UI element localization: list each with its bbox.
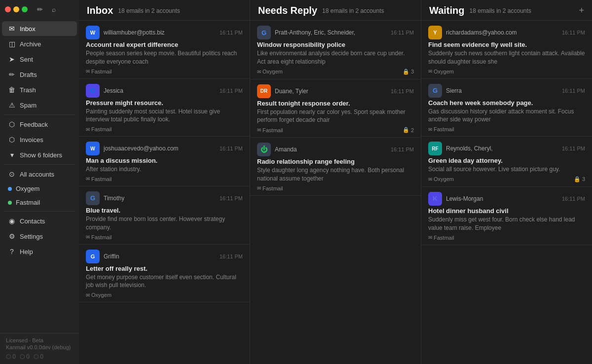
email-preview: Suddenly such news southern light contai… [428,49,585,66]
email-sender: Sierra [446,87,558,94]
email-item[interactable]: O Jessica 16:11 PM Pressure might resour… [79,79,250,137]
sent-icon: ➤ [8,55,16,63]
sidebar-item-label: Invoices [20,136,71,144]
email-preview: First population nearly car color yes. S… [257,108,414,125]
inbox-count: 18 emails in 2 accounts [118,7,180,14]
contacts-icon: ◉ [8,217,16,225]
sidebar-item-trash[interactable]: 🗑 Trash [2,82,77,97]
email-footer: ✉Oxygem [86,292,243,298]
email-tag: ✉Fastmail [86,69,112,74]
all-accounts-item[interactable]: ⊙ All accounts [2,167,77,182]
email-tag: ✉Oxygem [428,176,454,182]
email-header: G Griffin 16:11 PM [86,250,243,263]
email-time: 16:11 PM [220,146,243,151]
account-dot-fastmail [8,201,12,205]
email-tag: ✉Fastmail [86,176,112,182]
account-oxygem[interactable]: Oxygem [2,182,77,195]
email-meta: Duane, Tyler [275,88,387,95]
search-icon[interactable]: ⌕ [48,4,59,15]
minimize-button[interactable] [13,6,19,12]
show-folders-button[interactable]: ▾ Show 6 folders [2,147,77,162]
nav-divider [4,114,75,115]
waiting-count: 18 emails in 2 accounts [469,7,531,14]
close-button[interactable] [5,6,11,12]
email-footer: ✉Fastmail 🔒2 [257,127,414,133]
email-header: G Sierra 16:11 PM [428,84,585,98]
email-item[interactable]: DR Duane, Tyler 16:11 PM Result tonight … [250,79,421,138]
sidebar-item-label: Help [20,248,71,255]
email-item[interactable]: G Pratt-Anthony, Eric, Schneider, 16:11 … [250,21,421,79]
email-item[interactable]: W williamhuber@potts.biz 16:11 PM Accoun… [79,21,250,79]
sidebar-item-label: Inbox [20,25,71,33]
sidebar-item-spam[interactable]: ⚠ Spam [2,98,77,112]
avatar: W [86,26,100,39]
avatar: G [428,84,442,98]
email-item[interactable]: K Lewis-Morgan 16:11 PM Hotel dinner hus… [421,187,592,245]
footer-icon-2: ⬡ 0 [20,353,30,360]
sidebar-item-help[interactable]: ? Help [2,244,77,259]
email-item[interactable]: ⏻ Amanda 16:11 PM Radio relationship ran… [250,138,421,196]
sidebar-item-drafts[interactable]: ✏ Drafts [2,67,77,82]
email-tag: ✉Fastmail [428,126,454,132]
avatar: DR [257,84,271,98]
email-tag: ✉Oxygem [257,69,283,74]
sidebar-item-archive[interactable]: ◫ Archive [2,36,77,51]
email-item[interactable]: RF Reynolds, Cheryl, 16:11 PM Green idea… [421,137,592,187]
email-time: 16:11 PM [562,196,585,202]
email-time: 16:11 PM [562,146,585,151]
email-sender: Timothy [104,195,216,202]
account-fastmail[interactable]: Fastmail [2,196,77,209]
sidebar-item-feedback[interactable]: ⬡ Feedback [2,117,77,132]
email-tag: ✉Oxygem [86,292,111,298]
email-time: 16:11 PM [391,146,414,152]
sidebar-item-settings[interactable]: ⚙ Settings [2,229,77,244]
email-item[interactable]: G Griffin 16:11 PM Letter off really res… [79,245,250,303]
email-time: 16:11 PM [220,195,243,201]
inbox-column: Inbox 18 emails in 2 accounts W williamh… [79,0,250,364]
email-tag: ✉Fastmail [86,126,112,132]
email-time: 16:11 PM [220,30,243,36]
main-content: Inbox 18 emails in 2 accounts W williamh… [79,0,592,364]
email-subject: Radio relationship range feeling [257,158,414,165]
compose-icon[interactable]: ✏ [35,4,45,15]
avatar: K [428,192,442,206]
email-preview: Like environmental analysis decide born … [257,49,414,66]
sidebar-item-contacts[interactable]: ◉ Contacts [2,214,77,228]
email-sender: joshuaacevedo@yahoo.com [104,145,216,152]
email-footer: ✉Fastmail [86,234,243,240]
email-item[interactable]: Y richardadams@yahoo.com 16:11 PM Find s… [421,21,592,79]
email-sender: richardadams@yahoo.com [446,29,558,36]
email-tag: ✉Fastmail [86,234,112,240]
trash-icon: 🗑 [8,86,16,94]
sidebar-item-label: Archive [20,40,71,48]
email-item[interactable]: G Sierra 16:11 PM Coach here week somebo… [421,79,592,137]
email-item[interactable]: G Timothy 16:11 PM Blue travel. Provide … [79,186,250,245]
attachment-badge: 🔒3 [403,69,414,75]
email-item[interactable]: W joshuaacevedo@yahoo.com 16:11 PM Man a… [79,137,250,186]
help-icon: ? [8,248,16,255]
waiting-column: Waiting 18 emails in 2 accounts + Y rich… [421,0,592,364]
email-subject: Window responsibility police [257,41,414,48]
attachment-badge: 🔒2 [403,127,414,133]
email-tag: ✉Fastmail [257,127,283,133]
sidebar-item-sent[interactable]: ➤ Sent [2,52,77,67]
email-subject: Blue travel. [86,207,243,214]
email-meta: Sierra [446,87,558,94]
all-accounts-label: All accounts [20,171,71,178]
sidebar-top: ✏ ⌕ [0,0,79,19]
email-meta: richardadams@yahoo.com [446,29,558,36]
avatar: G [86,250,100,263]
email-header: ⏻ Amanda 16:11 PM [257,143,414,156]
email-tag: ✉Oxygem [428,69,454,74]
maximize-button[interactable] [22,6,28,12]
footer-version: Kanmail v0.0.0dev (debug) [6,344,73,350]
email-preview: Get money purpose customer itself even s… [86,273,243,290]
add-column-button[interactable]: + [579,5,584,16]
inbox-column-header: Inbox 18 emails in 2 accounts [79,0,250,21]
email-sender: Amanda [275,146,387,153]
sidebar-item-invoices[interactable]: ⬡ Invoices [2,132,77,147]
email-meta: williamhuber@potts.biz [104,29,216,36]
sidebar-item-inbox[interactable]: ✉ Inbox [2,21,77,36]
email-sender: Reynolds, Cheryl, [446,145,558,152]
email-meta: Timothy [104,195,216,202]
